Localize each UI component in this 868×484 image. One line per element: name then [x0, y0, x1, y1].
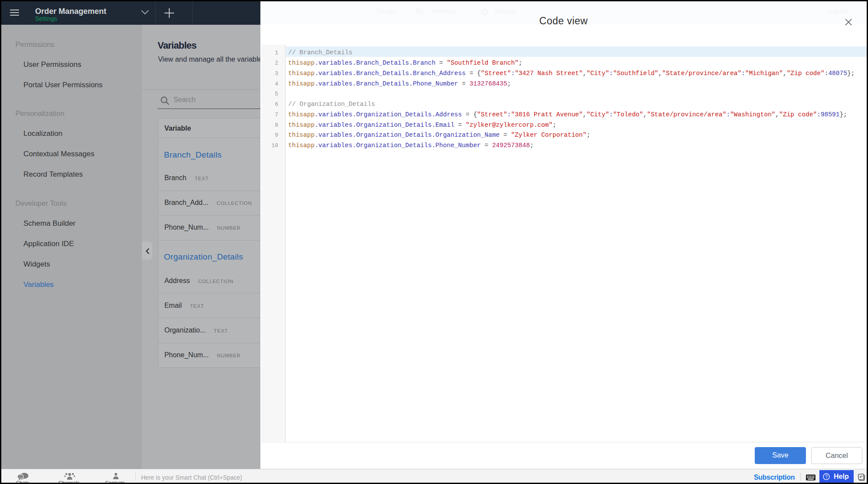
svg-text:?: ? [825, 474, 828, 479]
